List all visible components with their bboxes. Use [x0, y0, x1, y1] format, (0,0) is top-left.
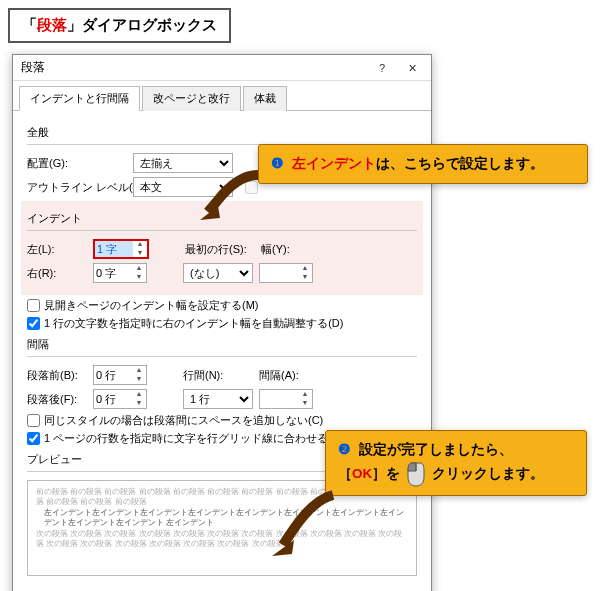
help-button[interactable]: ? — [367, 57, 397, 79]
spin-up[interactable]: ▲ — [132, 366, 146, 375]
indent-right-label: 右(R): — [27, 266, 87, 281]
tab-typography[interactable]: 体裁 — [243, 86, 287, 111]
caption-prefix: 「 — [22, 16, 37, 33]
spacing-gap-value[interactable] — [260, 391, 298, 407]
alignment-select[interactable]: 左揃え — [133, 153, 233, 173]
caption-box: 「段落」ダイアログボックス — [8, 8, 231, 43]
spin-down[interactable]: ▼ — [133, 249, 147, 258]
callout-2-rest2: クリックします。 — [432, 465, 544, 480]
auto-adjust-indent-checkbox[interactable] — [27, 317, 40, 330]
indent-width-label: 幅(Y): — [261, 242, 305, 257]
close-button[interactable]: ✕ — [397, 57, 427, 79]
space-after-label: 段落後(F): — [27, 392, 87, 407]
callout-1-highlight: 左インデント — [292, 156, 376, 171]
callout-1: ❶ 左インデントは、こちらで設定します。 — [258, 144, 588, 184]
space-after-value[interactable] — [94, 391, 132, 407]
first-line-label: 最初の行(S): — [185, 242, 255, 257]
indent-section-label: インデント — [27, 211, 417, 226]
indent-left-value[interactable] — [95, 241, 133, 257]
callout-2: ❷ 設定が完了しましたら、 ［OK］を クリックします。 — [325, 430, 587, 496]
spin-up[interactable]: ▲ — [298, 390, 312, 399]
titlebar: 段落 ? ✕ — [13, 55, 431, 81]
no-space-same-style-label: 同じスタイルの場合は段落間にスペースを追加しない(C) — [44, 413, 323, 428]
first-line-select[interactable]: (なし) — [183, 263, 253, 283]
collapse-checkbox — [245, 181, 258, 194]
callout-2-line1: 設定が完了しましたら、 — [359, 442, 513, 457]
indent-left-label: 左(L): — [27, 242, 87, 257]
mirror-indent-checkbox[interactable] — [27, 299, 40, 312]
indent-right-value[interactable] — [94, 265, 132, 281]
spin-down[interactable]: ▼ — [132, 273, 146, 282]
callout-2-bracket-open: ［ — [338, 465, 352, 480]
callout-1-num: ❶ — [271, 153, 284, 175]
tabs: インデントと行間隔 改ページと改行 体裁 — [13, 81, 431, 111]
mirror-indent-label: 見開きページのインデント幅を設定する(M) — [44, 298, 259, 313]
tab-indent-spacing[interactable]: インデントと行間隔 — [19, 86, 140, 111]
spacing-section-label: 間隔 — [27, 337, 417, 352]
indent-left-spinner[interactable]: ▲▼ — [93, 239, 149, 259]
spacing-gap-spinner[interactable]: ▲▼ — [259, 389, 313, 409]
spin-down[interactable]: ▼ — [298, 273, 312, 282]
tab-page-break[interactable]: 改ページと改行 — [142, 86, 241, 111]
spin-down[interactable]: ▼ — [132, 375, 146, 384]
spin-down[interactable]: ▼ — [298, 399, 312, 408]
spin-up[interactable]: ▲ — [133, 240, 147, 249]
space-before-value[interactable] — [94, 367, 132, 383]
callout-2-bracket-close: ］ — [372, 465, 386, 480]
indent-right-spinner[interactable]: ▲▼ — [93, 263, 147, 283]
callout-2-ok: OK — [352, 465, 372, 480]
space-before-label: 段落前(B): — [27, 368, 87, 383]
snap-to-grid-checkbox[interactable] — [27, 432, 40, 445]
space-after-spinner[interactable]: ▲▼ — [93, 389, 147, 409]
callout-2-rest1: を — [386, 465, 400, 480]
general-section-label: 全般 — [27, 125, 417, 140]
indent-width-spinner[interactable]: ▲▼ — [259, 263, 313, 283]
snap-to-grid-label: 1 ページの行数を指定時に文字を行グリッド線に合わせる(W) — [44, 431, 346, 446]
caption-highlight: 段落 — [37, 16, 67, 33]
spin-down[interactable]: ▼ — [132, 399, 146, 408]
spacing-gap-label: 間隔(A): — [259, 368, 303, 383]
outline-label: アウトライン レベル(O): — [27, 180, 127, 195]
paragraph-dialog: 段落 ? ✕ インデントと行間隔 改ページと改行 体裁 全般 配置(G): 左揃… — [12, 54, 432, 591]
auto-adjust-indent-label: 1 行の文字数を指定時に右のインデント幅を自動調整する(D) — [44, 316, 343, 331]
caption-suffix: 」ダイアログボックス — [67, 16, 217, 33]
no-space-same-style-checkbox[interactable] — [27, 414, 40, 427]
callout-1-rest: は、こちらで設定します。 — [376, 156, 544, 171]
mouse-icon — [406, 461, 426, 487]
outline-select[interactable]: 本文 — [133, 177, 233, 197]
spin-up[interactable]: ▲ — [132, 390, 146, 399]
line-spacing-select[interactable]: 1 行 — [183, 389, 253, 409]
space-before-spinner[interactable]: ▲▼ — [93, 365, 147, 385]
preview-next: 次の段落 次の段落 次の段落 次の段落 次の段落 次の段落 次の段落 次の段落 … — [36, 529, 408, 548]
indent-width-value[interactable] — [260, 265, 298, 281]
callout-2-num: ❷ — [338, 439, 351, 461]
dialog-title: 段落 — [21, 59, 367, 76]
preview-sample: 左インデント左インデント左インデント左インデント左インデント左インデント左インデ… — [36, 508, 408, 527]
line-spacing-label: 行間(N): — [183, 368, 253, 383]
spin-up[interactable]: ▲ — [298, 264, 312, 273]
alignment-label: 配置(G): — [27, 156, 127, 171]
spin-up[interactable]: ▲ — [132, 264, 146, 273]
